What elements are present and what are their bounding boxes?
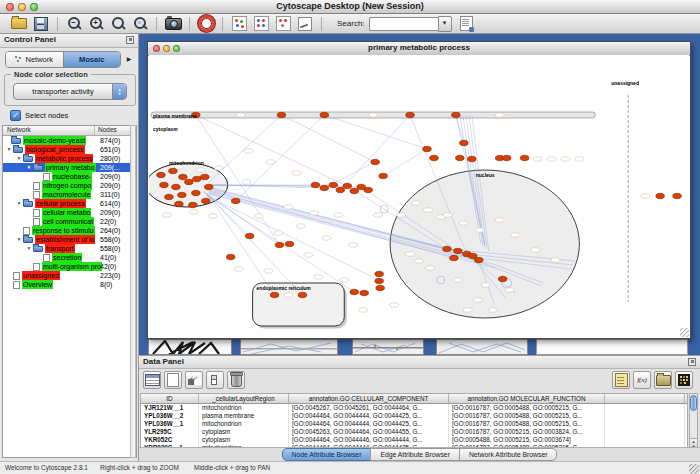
network-node[interactable] xyxy=(245,233,254,238)
network-node-label[interactable] xyxy=(488,308,497,312)
network-node[interactable] xyxy=(364,187,373,192)
zoom-out-button[interactable]: − xyxy=(65,15,83,33)
app-resize-grip[interactable] xyxy=(689,464,699,474)
network-node[interactable] xyxy=(193,176,202,181)
selattr-button[interactable] xyxy=(185,371,203,389)
network-node-label[interactable] xyxy=(208,214,217,218)
search-input[interactable] xyxy=(369,17,438,31)
scrollbar-thumb[interactable] xyxy=(690,395,697,411)
network-node-label[interactable] xyxy=(575,157,584,161)
network-node[interactable] xyxy=(502,155,511,160)
snapshot-button[interactable] xyxy=(164,15,182,33)
search-dropdown-icon[interactable]: ▼ xyxy=(438,16,452,32)
network-node[interactable] xyxy=(311,182,320,187)
network-node[interactable] xyxy=(673,193,682,198)
tab-mosaic[interactable]: Mosaic xyxy=(63,52,121,67)
tree-row[interactable]: cellular metabo209(0) xyxy=(3,208,136,217)
network-node[interactable] xyxy=(343,183,352,188)
network-node[interactable] xyxy=(285,241,294,246)
network-node[interactable] xyxy=(498,276,507,281)
tree-row[interactable]: ▼primary metabo209(... xyxy=(3,163,136,172)
background-window[interactable] xyxy=(148,339,232,355)
network-node[interactable] xyxy=(169,168,178,173)
select-nodes-checkbox[interactable]: ✓ xyxy=(10,110,21,121)
network-node[interactable] xyxy=(160,182,169,187)
network-node[interactable] xyxy=(226,254,235,259)
network-node-label[interactable] xyxy=(304,253,313,257)
folder2-button[interactable] xyxy=(654,371,672,389)
network-node[interactable] xyxy=(175,201,184,206)
table-cell[interactable]: [GO:0016787, GO:0005488, GO:0005215, G..… xyxy=(449,404,605,412)
network-node-label[interactable] xyxy=(284,293,293,297)
expand-toggle-icon[interactable]: ▼ xyxy=(15,154,23,163)
tree-scrollbar[interactable] xyxy=(130,125,136,458)
network-node-label[interactable] xyxy=(244,149,253,153)
table-cell[interactable]: cytoplasm xyxy=(199,436,289,444)
network-node[interactable] xyxy=(165,194,174,199)
table-cell[interactable]: YKR052C xyxy=(141,436,199,444)
node-color-dropdown[interactable]: transporter activity ▲▼ xyxy=(13,83,127,100)
network-node-label[interactable] xyxy=(314,275,323,279)
network-node-label[interactable] xyxy=(425,266,434,270)
network-node[interactable] xyxy=(277,112,286,117)
network-node-label[interactable] xyxy=(481,283,490,287)
tree-row[interactable]: ▼cellular process614(0) xyxy=(3,199,136,208)
table-cell[interactable]: cytoplasm xyxy=(199,428,289,436)
fx-button[interactable]: f(x) xyxy=(633,371,651,389)
network-node-label[interactable] xyxy=(274,231,283,235)
table-cell[interactable]: [GO:0045267, GO:0045261, GO:0044464, G..… xyxy=(289,404,449,412)
tablegrid-button[interactable] xyxy=(143,371,161,389)
network-node[interactable] xyxy=(329,182,338,187)
table-scrollbar[interactable]: ▲▼ xyxy=(689,393,698,450)
network-node-label[interactable] xyxy=(505,288,514,292)
trash-button[interactable] xyxy=(227,371,245,389)
tree-row[interactable]: nitrogen compo209(0) xyxy=(3,181,136,190)
table-row[interactable]: YKR052Ccytoplasm[GO:0044464, GO:0044446,… xyxy=(141,436,687,444)
background-window[interactable] xyxy=(240,339,338,355)
tree-row[interactable]: mosaic-demo-yeast874(0) xyxy=(3,136,136,145)
table-cell[interactable]: [GO:0044464, GO:0044444, GO:0044425, G..… xyxy=(289,420,449,428)
network-node-label[interactable] xyxy=(495,218,504,222)
network-node-label[interactable] xyxy=(415,259,424,263)
network-node-label[interactable] xyxy=(296,224,305,228)
network-node-label[interactable] xyxy=(369,113,378,117)
zoom-fit-button[interactable] xyxy=(109,15,127,33)
zoom-in-button[interactable]: + xyxy=(87,15,105,33)
network-node[interactable] xyxy=(202,198,211,203)
network-node-label[interactable] xyxy=(475,228,484,232)
table-column-header[interactable]: annotation.GO CELLULAR_COMPONENT xyxy=(289,394,449,403)
new-net-edge-button[interactable] xyxy=(274,15,292,33)
open-button[interactable] xyxy=(10,15,28,33)
network-node[interactable] xyxy=(430,155,439,160)
network-node-label[interactable] xyxy=(266,160,275,164)
tree-row[interactable]: Overview8(0) xyxy=(3,280,136,289)
network-node[interactable] xyxy=(201,174,210,179)
network-node-label[interactable] xyxy=(511,233,520,237)
network-node[interactable] xyxy=(450,255,459,260)
network-node[interactable] xyxy=(371,159,380,164)
window-resize-grip[interactable] xyxy=(680,328,689,337)
network-node-label[interactable] xyxy=(264,269,273,273)
network-node[interactable] xyxy=(454,248,463,253)
background-window[interactable] xyxy=(536,339,688,355)
network-node[interactable] xyxy=(192,190,201,195)
table-column-header[interactable]: ID xyxy=(141,394,199,403)
network-node-label[interactable] xyxy=(443,213,452,217)
network-node-label[interactable] xyxy=(547,157,556,161)
network-node[interactable] xyxy=(185,179,194,184)
network-node-label[interactable] xyxy=(473,298,482,302)
table-column-header[interactable]: _cellularLayoutRegion xyxy=(199,394,289,403)
network-node[interactable] xyxy=(375,271,384,276)
network-node[interactable] xyxy=(360,290,369,295)
network-node-label[interactable] xyxy=(453,278,462,282)
network-node[interactable] xyxy=(270,292,279,297)
tree-row[interactable]: ▼establishment of lo558(0) xyxy=(3,235,136,244)
new-net-sel-button[interactable] xyxy=(252,15,270,33)
table-cell[interactable]: YLR295C xyxy=(141,428,199,436)
grid-layout-button[interactable] xyxy=(230,15,248,33)
network-node[interactable] xyxy=(656,193,665,198)
network-canvas[interactable]: plasma membranecytoplasmmitochondrionnuc… xyxy=(149,55,689,336)
tab-overflow-arrow[interactable]: ▶ xyxy=(124,53,134,65)
tree-row[interactable]: cell communicat22(0) xyxy=(3,217,136,226)
network-node[interactable] xyxy=(350,289,359,294)
